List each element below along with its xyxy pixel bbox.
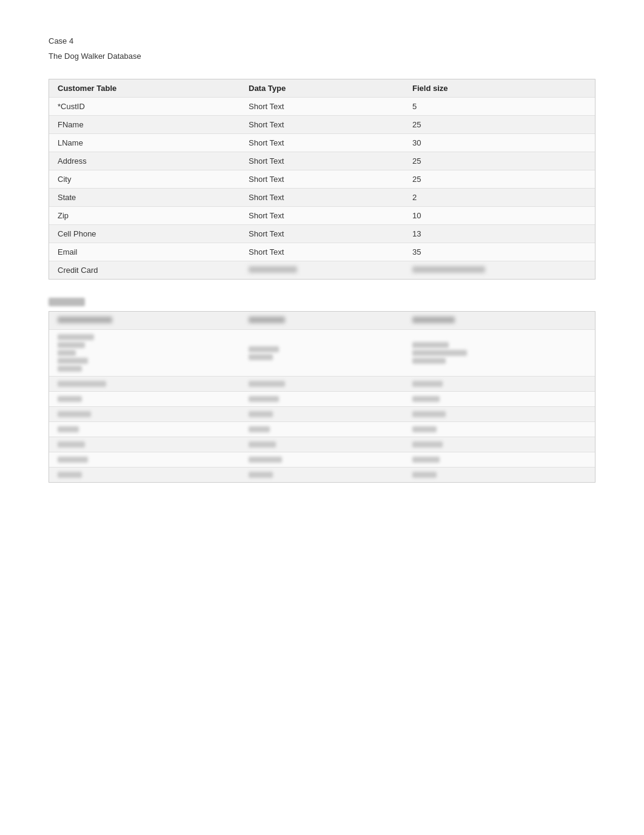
second-table-cell — [240, 422, 404, 437]
blurred-text-line — [58, 441, 85, 448]
second-table-row — [49, 330, 595, 377]
cell-field: Email — [49, 243, 240, 261]
cell-type: Short Text — [240, 152, 404, 170]
second-table-cell — [240, 468, 404, 483]
second-table-cell — [240, 377, 404, 392]
second-table-row — [49, 407, 595, 422]
blurred-text-line — [58, 334, 94, 340]
second-table-header-row — [49, 312, 595, 330]
blurred-text-line — [412, 472, 437, 478]
blurred-text-line — [412, 350, 467, 356]
cell-type: Short Text — [240, 243, 404, 261]
second-table-container — [49, 311, 595, 483]
blurred-size-cell — [412, 266, 485, 273]
blurred-text-line — [249, 346, 279, 352]
second-table-cell — [49, 422, 240, 437]
second-table-cell — [240, 437, 404, 452]
second-table-cell — [49, 377, 240, 392]
cell-type: Short Text — [240, 134, 404, 152]
cell-field: State — [49, 189, 240, 207]
blurred-type-cell — [249, 266, 297, 273]
blurred-header-text-1 — [58, 317, 112, 323]
second-table-cell — [404, 422, 595, 437]
blurred-header-text-3 — [412, 317, 455, 323]
blurred-text-line — [249, 411, 273, 417]
blurred-text-line — [412, 411, 446, 417]
blurred-text-line — [58, 396, 82, 402]
cell-field: Zip — [49, 207, 240, 225]
second-table-row — [49, 452, 595, 468]
cell-field: City — [49, 170, 240, 189]
cell-size: 5 — [404, 98, 595, 116]
table-row: *CustIDShort Text5 — [49, 98, 595, 116]
second-table-cell — [240, 330, 404, 377]
blurred-text-line — [58, 342, 85, 348]
cell-type: Short Text — [240, 189, 404, 207]
cell-field: *CustID — [49, 98, 240, 116]
cell-field: FName — [49, 116, 240, 134]
table-row: Cell PhoneShort Text13 — [49, 225, 595, 243]
column-header-size: Field size — [404, 79, 595, 98]
second-table-cell — [404, 407, 595, 422]
second-col-header-1 — [49, 312, 240, 330]
second-table-cell — [49, 330, 240, 377]
cell-type: Short Text — [240, 207, 404, 225]
second-table-cell — [49, 437, 240, 452]
table-row: StateShort Text2 — [49, 189, 595, 207]
table-row: ZipShort Text10 — [49, 207, 595, 225]
blurred-text-line — [249, 472, 273, 478]
second-table-section — [49, 298, 595, 483]
cell-type: Short Text — [240, 98, 404, 116]
cell-size: 25 — [404, 152, 595, 170]
cell-field: Address — [49, 152, 240, 170]
second-table-cell — [404, 468, 595, 483]
blurred-text-line — [412, 358, 446, 364]
blurred-header-text-2 — [249, 317, 285, 323]
blurred-text-line — [412, 457, 440, 463]
second-table-row — [49, 468, 595, 483]
cell-size: 35 — [404, 243, 595, 261]
second-table-cell — [49, 407, 240, 422]
cell-size: 25 — [404, 116, 595, 134]
cell-size: 2 — [404, 189, 595, 207]
blurred-text-line — [412, 342, 449, 348]
column-header-field: Customer Table — [49, 79, 240, 98]
case-label: Case 4 — [49, 36, 595, 45]
table-row: EmailShort Text35 — [49, 243, 595, 261]
blurred-text-line — [412, 396, 440, 402]
cell-type: Short Text — [240, 170, 404, 189]
second-table-row — [49, 422, 595, 437]
blurred-text-line — [58, 426, 79, 432]
table-row: AddressShort Text25 — [49, 152, 595, 170]
second-table-cell — [240, 392, 404, 407]
second-table-row — [49, 437, 595, 452]
blurred-text-line — [58, 366, 82, 372]
second-table-cell — [404, 392, 595, 407]
column-header-type: Data Type — [240, 79, 404, 98]
cell-size: 13 — [404, 225, 595, 243]
blurred-text-line — [58, 457, 88, 463]
blurred-text-line — [249, 381, 285, 387]
second-table-cell — [240, 407, 404, 422]
second-table-cell — [49, 452, 240, 468]
table-row: FNameShort Text25 — [49, 116, 595, 134]
second-table — [49, 312, 595, 482]
blurred-text-line — [412, 441, 443, 448]
cell-field: LName — [49, 134, 240, 152]
blurred-text-line — [249, 396, 279, 402]
page-subtitle: The Dog Walker Database — [49, 52, 595, 61]
second-col-header-2 — [240, 312, 404, 330]
cell-field: Cell Phone — [49, 225, 240, 243]
cell-size — [404, 261, 595, 280]
cell-size: 30 — [404, 134, 595, 152]
second-col-header-3 — [404, 312, 595, 330]
blurred-text-line — [412, 381, 443, 387]
blurred-text-line — [58, 358, 88, 364]
cell-size: 10 — [404, 207, 595, 225]
second-table-row — [49, 377, 595, 392]
second-table-cell — [49, 392, 240, 407]
second-table-label — [49, 298, 85, 306]
second-table-row — [49, 392, 595, 407]
second-table-cell — [404, 330, 595, 377]
second-table-cell — [404, 452, 595, 468]
